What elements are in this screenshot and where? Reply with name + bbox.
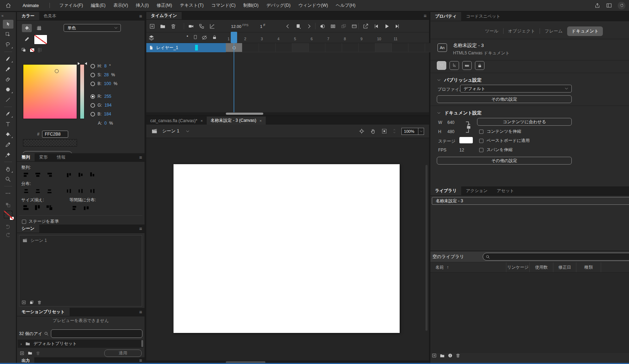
new-layer-button[interactable] — [149, 23, 155, 29]
hex-input[interactable]: FFC2B8 — [42, 131, 68, 138]
subtab-tools[interactable]: ツール — [485, 28, 498, 34]
align-right-icon[interactable] — [45, 172, 54, 178]
duplicate-scene-icon[interactable] — [29, 300, 34, 305]
frame-span-button[interactable] — [351, 23, 357, 29]
outline-view-icon[interactable] — [193, 35, 198, 40]
tab-color[interactable]: カラー — [17, 12, 39, 20]
add-scene-icon[interactable] — [22, 300, 26, 305]
selection-tool[interactable] — [3, 20, 13, 29]
more-tool[interactable] — [3, 189, 13, 198]
h-radio[interactable] — [90, 64, 95, 68]
playhead[interactable] — [231, 32, 237, 43]
tab-code-snippets[interactable]: コードスニペット — [461, 12, 505, 21]
hand-tool[interactable] — [3, 165, 13, 173]
menu-text[interactable]: テキスト(T) — [176, 0, 207, 11]
publish-more-settings-button[interactable]: その他の設定 — [437, 95, 572, 103]
pen-tool[interactable] — [3, 109, 13, 118]
panel-menu-icon[interactable]: ≡ — [139, 13, 142, 19]
space-vertical-icon[interactable] — [70, 204, 78, 211]
swap-colors-icon[interactable] — [5, 202, 11, 208]
current-frame-value[interactable]: 1 — [260, 24, 262, 29]
rotation-tool-icon[interactable] — [370, 128, 376, 134]
match-width-icon[interactable] — [22, 204, 30, 211]
frame-cell[interactable] — [276, 43, 292, 52]
timeline-ruler[interactable]: • 1234567891011 — [146, 32, 429, 43]
pasteboard-checkbox[interactable] — [479, 139, 483, 143]
delete-layer-button[interactable] — [170, 23, 176, 29]
scene-item[interactable]: シーン 1 — [19, 235, 142, 246]
column-type[interactable]: 種類 — [576, 262, 601, 272]
delete-scene-icon[interactable] — [37, 300, 42, 305]
text-tool[interactable] — [3, 120, 13, 129]
eyedropper-tool[interactable] — [3, 140, 13, 149]
fill-color-swatch[interactable] — [4, 211, 12, 218]
tab-timeline[interactable]: タイムライン — [146, 12, 182, 19]
tab-assets[interactable]: アセット — [492, 186, 519, 195]
frame-cell[interactable] — [408, 43, 425, 52]
frame-cell[interactable] — [359, 43, 375, 52]
color-picker-marker[interactable] — [55, 69, 59, 73]
new-folder-icon[interactable] — [440, 353, 445, 358]
highlight-dot-icon[interactable]: • — [187, 34, 188, 39]
ruler-button[interactable] — [462, 61, 472, 70]
default-colors-icon[interactable] — [21, 47, 27, 53]
menu-view[interactable]: 表示(V) — [110, 0, 132, 11]
doc-more-settings-button[interactable]: その他の設定 — [437, 157, 572, 165]
close-icon[interactable]: × — [200, 119, 202, 123]
stroke-pencil-icon[interactable] — [24, 36, 30, 42]
column-linkage[interactable]: リンケージ — [506, 262, 530, 272]
home-icon[interactable] — [3, 0, 13, 11]
free-transform-tool[interactable] — [3, 30, 13, 39]
grid-fill-toggle[interactable] — [34, 24, 44, 32]
tab-library[interactable]: ライブラリ — [430, 186, 461, 195]
edit-multiple-frames-button[interactable] — [341, 23, 347, 29]
color-mode-select[interactable]: 単色 — [64, 24, 121, 32]
doc-tab-cat-canvas[interactable]: cat_canvas.fla (Canvas)*× — [146, 117, 207, 125]
distribute-top-icon[interactable] — [22, 188, 30, 194]
scrollbar-thumb[interactable] — [141, 340, 143, 347]
scene-chevron-icon[interactable] — [186, 129, 190, 133]
timeline-scrollbar[interactable] — [146, 112, 429, 115]
new-layer-folder-button[interactable] — [160, 23, 166, 29]
subtab-document[interactable]: ドキュメント — [567, 26, 603, 36]
stage-color-swatch[interactable] — [459, 137, 473, 143]
menu-window[interactable]: ウィンドウ(W) — [294, 0, 332, 11]
match-height-icon[interactable] — [34, 204, 42, 211]
panel-menu-icon[interactable]: ≡ — [139, 309, 142, 315]
preset-folder-row[interactable]: › デフォルトプリセット — [18, 340, 143, 348]
align-left-icon[interactable] — [22, 172, 30, 178]
snap-align-button[interactable] — [449, 61, 459, 70]
b2-radio[interactable] — [90, 112, 95, 117]
width-value[interactable]: 640 — [447, 120, 454, 125]
menu-insert[interactable]: 挿入(I) — [132, 0, 153, 11]
tab-actions[interactable]: アクション — [461, 186, 492, 195]
publish-settings-header[interactable]: パブリッシュ設定 — [437, 77, 482, 83]
collapse-toolbar-icon[interactable]: « — [0, 13, 5, 19]
close-icon[interactable]: × — [259, 119, 261, 123]
distribute-center-icon[interactable] — [76, 188, 85, 194]
menu-debug[interactable]: デバッグ(D) — [263, 0, 295, 11]
lock-button[interactable] — [475, 61, 484, 70]
library-search-input[interactable] — [483, 253, 629, 261]
scale-span-checkbox[interactable] — [479, 148, 483, 152]
link-dimensions-icon[interactable] — [464, 119, 472, 135]
doc-tab-untitled-3[interactable]: 名称未設定 - 3 (Canvas)× — [207, 117, 266, 125]
fill-color-toggle[interactable] — [22, 24, 32, 32]
properties-info-icon[interactable] — [448, 353, 453, 358]
stage[interactable] — [174, 164, 400, 333]
frame-cell[interactable] — [392, 43, 408, 52]
g-radio[interactable] — [90, 103, 95, 108]
zoom-select[interactable]: 100% — [401, 128, 424, 135]
zoom-spinner[interactable] — [393, 129, 396, 134]
column-modified[interactable]: 修正日 — [553, 262, 576, 272]
stroke-none-swatch[interactable] — [34, 35, 47, 44]
eraser-tool[interactable] — [3, 75, 13, 84]
sync-status-icon[interactable] — [618, 2, 625, 10]
color-gradient-picker[interactable] — [23, 64, 77, 119]
tab-properties[interactable]: プロパティ — [430, 12, 461, 21]
play-button[interactable] — [384, 23, 390, 29]
new-folder-icon[interactable] — [28, 351, 33, 356]
graph-editor-button[interactable] — [209, 23, 215, 29]
tab-align[interactable]: 整列 — [17, 153, 35, 161]
tab-motion-presets[interactable]: モーションプリセット — [17, 308, 70, 316]
